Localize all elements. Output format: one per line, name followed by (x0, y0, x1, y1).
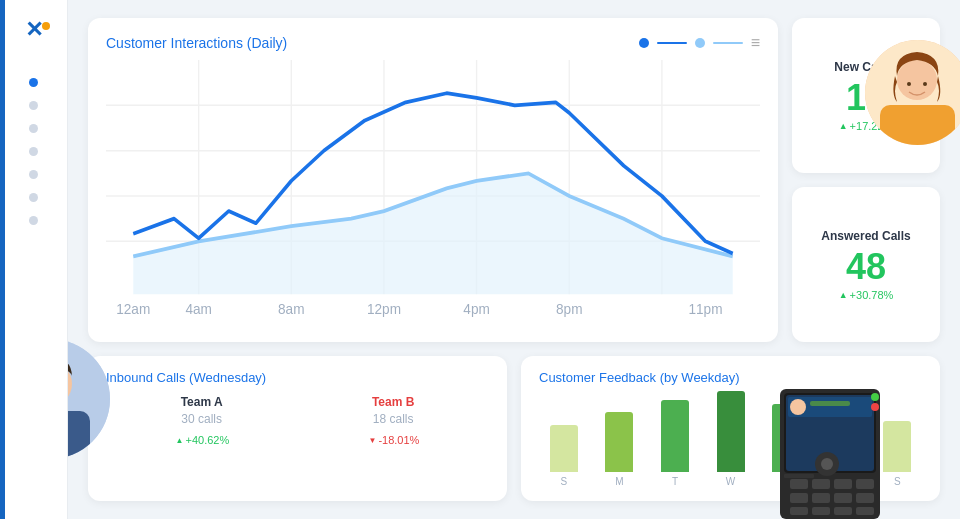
chart-menu-icon[interactable]: ≡ (751, 34, 760, 52)
sidebar-nav-item-7[interactable] (29, 216, 38, 225)
team-a-col: Team A 30 calls (181, 395, 223, 426)
svg-rect-43 (834, 493, 852, 503)
feedback-bar-label: M (615, 476, 623, 487)
svg-point-35 (871, 393, 879, 401)
svg-text:4pm: 4pm (463, 300, 490, 317)
chart-card: Customer Interactions (Daily) ≡ (88, 18, 778, 342)
inbound-title: Inbound Calls (Wednesday) (106, 370, 489, 385)
svg-text:12am: 12am (116, 300, 150, 317)
svg-rect-42 (812, 493, 830, 503)
feedback-bar-rect (605, 412, 633, 472)
logo-dot (42, 22, 50, 30)
chart-svg: 12am 4am 8am 12pm 4pm 8pm 11pm (106, 60, 760, 332)
inbound-title-text: Inbound Calls (106, 370, 186, 385)
svg-text:8am: 8am (278, 300, 305, 317)
feedback-bar-rect (550, 425, 578, 472)
inbound-card: Inbound Calls (Wednesday) Team A 30 call… (88, 356, 507, 501)
team-a-change: +40.62% (176, 434, 230, 446)
svg-rect-47 (834, 507, 852, 515)
team-b-calls: 18 calls (373, 412, 414, 426)
svg-rect-40 (856, 479, 874, 489)
chart-title-text: Customer Interactions (106, 35, 243, 51)
person-right-svg (865, 40, 960, 145)
svg-rect-38 (812, 479, 830, 489)
feedback-bar-label: T (672, 476, 678, 487)
inbound-teams: Team A 30 calls Team B 18 calls (106, 395, 489, 426)
sidebar: ✕ (0, 0, 68, 519)
desk-phone (770, 369, 890, 519)
svg-rect-41 (790, 493, 808, 503)
feedback-bar-label: W (726, 476, 735, 487)
sidebar-nav (29, 78, 38, 225)
svg-text:4am: 4am (185, 300, 212, 317)
svg-point-50 (821, 458, 833, 470)
svg-rect-34 (810, 401, 850, 406)
team-b-label: Team B (372, 395, 414, 409)
answered-calls-value: 48 (846, 249, 886, 285)
svg-rect-39 (834, 479, 852, 489)
sidebar-nav-item-6[interactable] (29, 193, 38, 202)
sidebar-nav-item-3[interactable] (29, 124, 38, 133)
svg-text:8pm: 8pm (556, 300, 583, 317)
legend-line-2 (713, 42, 743, 44)
answered-calls-title: Answered Calls (821, 229, 910, 243)
sidebar-nav-item-5[interactable] (29, 170, 38, 179)
feedback-bar-label: S (894, 476, 901, 487)
team-b-change: -18.01% (368, 434, 419, 446)
legend-line-1 (657, 42, 687, 44)
svg-rect-45 (790, 507, 808, 515)
sidebar-nav-item-2[interactable] (29, 101, 38, 110)
inbound-changes: +40.62% -18.01% (106, 434, 489, 446)
feedback-bar-M-1: M (595, 412, 645, 487)
svg-text:12pm: 12pm (367, 300, 401, 317)
answered-calls-card: Answered Calls 48 +30.78% (792, 187, 940, 342)
top-row: Customer Interactions (Daily) ≡ (88, 18, 940, 342)
logo-text: ✕ (25, 17, 43, 43)
chart-area: 12am 4am 8am 12pm 4pm 8pm 11pm (106, 60, 760, 332)
feedback-subtitle-text: (by Weekday) (656, 370, 740, 385)
phone-svg (770, 369, 890, 519)
svg-text:11pm: 11pm (688, 300, 722, 317)
chart-header: Customer Interactions (Daily) ≡ (106, 34, 760, 52)
legend-dot-2 (695, 38, 705, 48)
feedback-bar-rect (661, 400, 689, 472)
team-a-calls: 30 calls (181, 412, 222, 426)
feedback-bar-label: S (560, 476, 567, 487)
svg-rect-46 (812, 507, 830, 515)
sidebar-nav-item-4[interactable] (29, 147, 38, 156)
person-right-avatar (865, 40, 960, 145)
logo[interactable]: ✕ (16, 12, 52, 48)
svg-rect-48 (856, 507, 874, 515)
svg-point-27 (907, 82, 911, 86)
svg-rect-37 (790, 479, 808, 489)
feedback-bar-T-2: T (650, 400, 700, 487)
feedback-bar-W-3: W (706, 391, 756, 487)
svg-rect-44 (856, 493, 874, 503)
legend-dot-1 (639, 38, 649, 48)
inbound-subtitle-text: (Wednesday) (186, 370, 267, 385)
feedback-bar-rect (717, 391, 745, 472)
chart-subtitle-text: (Daily) (243, 35, 287, 51)
feedback-bar-S-0: S (539, 425, 589, 487)
team-b-col: Team B 18 calls (372, 395, 414, 426)
chart-title: Customer Interactions (Daily) (106, 35, 287, 51)
svg-point-33 (790, 399, 806, 415)
feedback-title-text: Customer Feedback (539, 370, 656, 385)
sidebar-nav-item-1[interactable] (29, 78, 38, 87)
svg-point-28 (923, 82, 927, 86)
svg-point-36 (871, 403, 879, 411)
chart-legend: ≡ (639, 34, 760, 52)
sidebar-accent-bar (0, 0, 5, 519)
svg-rect-51 (784, 474, 814, 478)
team-a-label: Team A (181, 395, 223, 409)
svg-point-25 (897, 60, 937, 100)
answered-calls-change: +30.78% (839, 289, 894, 301)
